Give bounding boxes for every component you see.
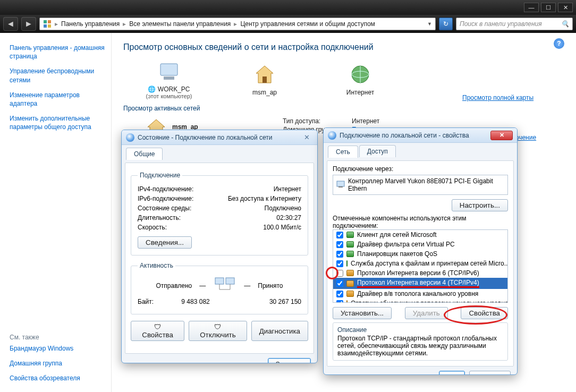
tab-general[interactable]: Общие bbox=[126, 148, 163, 160]
svg-rect-7 bbox=[262, 76, 267, 83]
properties-dialog-close-button[interactable]: ✕ bbox=[490, 131, 513, 140]
component-icon bbox=[346, 280, 354, 287]
configure-button[interactable]: Настроить... bbox=[452, 199, 508, 211]
sidebar-link-home[interactable]: Панель управления - домашняя страница bbox=[10, 44, 106, 61]
component-item[interactable]: Планировщик пакетов QoS bbox=[333, 249, 507, 259]
component-item[interactable]: Протокол Интернета версии 4 (TCP/IPv4) bbox=[333, 278, 507, 289]
component-checkbox[interactable] bbox=[336, 291, 343, 297]
component-properties-button[interactable]: Свойства bbox=[461, 307, 508, 319]
nic-icon bbox=[336, 181, 345, 190]
component-label: Служба доступа к файлам и принтерам сете… bbox=[351, 260, 508, 267]
help-icon[interactable]: ? bbox=[554, 38, 564, 49]
node-internet[interactable]: Интернет bbox=[328, 64, 392, 96]
component-item[interactable]: Ответчик обнаружения топологии канальног… bbox=[333, 299, 507, 303]
details-button[interactable]: Сведения... bbox=[138, 236, 192, 249]
back-button[interactable]: ◄ bbox=[3, 17, 18, 31]
close-button[interactable]: Закрыть bbox=[268, 358, 311, 363]
node-network[interactable]: msm_ap bbox=[233, 64, 297, 96]
component-item[interactable]: Драйвер фильтра сети Virtual PC bbox=[333, 240, 507, 249]
component-checkbox[interactable] bbox=[336, 241, 343, 248]
bytes-sent: 9 483 082 bbox=[164, 298, 227, 305]
shield-icon: 🛡 bbox=[214, 323, 221, 331]
component-item[interactable]: Служба доступа к файлам и принтерам сете… bbox=[333, 259, 507, 268]
install-button[interactable]: Установить... bbox=[333, 307, 392, 319]
disable-button[interactable]: 🛡 Отключить bbox=[189, 321, 247, 341]
properties-dialog: Подключение по локальной сети - свойства… bbox=[323, 127, 518, 375]
component-label: Планировщик пакетов QoS bbox=[357, 250, 437, 258]
window-chrome: — ☐ ✕ bbox=[0, 0, 576, 15]
properties-dialog-titlebar: Подключение по локальной сети - свойства… bbox=[324, 128, 517, 143]
sidebar-link-wireless[interactable]: Управление беспроводными сетями bbox=[10, 67, 106, 84]
maximize-button[interactable]: ☐ bbox=[541, 3, 556, 12]
svg-rect-0 bbox=[44, 20, 47, 23]
see-also-heading: См. также bbox=[10, 334, 106, 341]
component-checkbox[interactable] bbox=[336, 260, 343, 267]
breadcrumb-item[interactable]: Панель управления bbox=[61, 20, 120, 28]
component-item[interactable]: Драйвер в/в тополога канального уровня bbox=[333, 289, 507, 299]
device-box: Контроллер Marvell Yukon 88E8071 PCI-E G… bbox=[333, 175, 508, 195]
component-checkbox[interactable] bbox=[336, 251, 343, 258]
node-this-pc[interactable]: 🌐 WORK_PC (этот компьютер) bbox=[137, 61, 201, 99]
breadcrumb-item[interactable]: Все элементы панели управления bbox=[129, 20, 231, 28]
component-checkbox[interactable] bbox=[336, 270, 343, 277]
component-label: Ответчик обнаружения топологии канальног… bbox=[351, 300, 508, 303]
cancel-button[interactable]: Отмена bbox=[469, 371, 511, 375]
diagnostics-button[interactable]: Диагностика bbox=[251, 321, 308, 341]
component-icon bbox=[346, 270, 354, 276]
svg-rect-3 bbox=[48, 24, 51, 28]
component-checkbox[interactable] bbox=[336, 300, 343, 303]
activity-group: Активность Отправлено — — Принято Байт: … bbox=[131, 262, 308, 314]
breadcrumb-item[interactable]: Центр управления сетями и общим доступом bbox=[240, 20, 375, 28]
control-panel-icon bbox=[43, 20, 52, 28]
svg-rect-5 bbox=[164, 76, 174, 80]
components-list[interactable]: Клиент для сетей MicrosoftДрайвер фильтр… bbox=[333, 229, 508, 303]
component-label: Драйвер фильтра сети Virtual PC bbox=[357, 241, 455, 248]
svg-rect-2 bbox=[44, 24, 47, 28]
component-icon bbox=[346, 291, 354, 297]
svg-rect-14 bbox=[337, 181, 344, 186]
search-icon: 🔍 bbox=[561, 20, 569, 28]
sidebar-link-homegroup[interactable]: Домашняя группа bbox=[10, 359, 106, 368]
refresh-button[interactable]: ↻ bbox=[439, 18, 453, 30]
navigation-bar: ◄ ► ▸ Панель управления ▸ Все элементы п… bbox=[0, 15, 576, 33]
description-box: Описание Протокол TCP/IP - стандартный п… bbox=[333, 322, 508, 361]
component-icon bbox=[346, 251, 354, 257]
search-input[interactable]: Поиск в панели управления 🔍 bbox=[456, 18, 573, 30]
sidebar-link-sharing[interactable]: Изменить дополнительные параметры общего… bbox=[10, 114, 106, 131]
tab-network[interactable]: Сеть bbox=[328, 146, 358, 158]
component-label: Протокол Интернета версии 6 (TCP/IPv6) bbox=[357, 269, 479, 277]
address-bar[interactable]: ▸ Панель управления ▸ Все элементы панел… bbox=[39, 18, 436, 30]
network-icon bbox=[126, 133, 134, 142]
status-dialog: Состояние - Подключение по локальной сет… bbox=[121, 130, 318, 363]
component-checkbox[interactable] bbox=[336, 280, 343, 287]
globe-icon: 🌐 bbox=[148, 86, 156, 93]
svg-rect-1 bbox=[48, 20, 51, 23]
sidebar-link-adapter[interactable]: Изменение параметров адаптера bbox=[10, 91, 106, 108]
component-icon bbox=[346, 300, 348, 303]
active-networks-heading: Просмотр активных сетей bbox=[123, 105, 564, 112]
page-title: Просмотр основных сведений о сети и наст… bbox=[123, 42, 564, 52]
component-icon bbox=[346, 241, 354, 248]
component-icon bbox=[346, 260, 348, 267]
sidebar: Панель управления - домашняя страница Уп… bbox=[0, 33, 112, 392]
sidebar-link-firewall[interactable]: Брандмауэр Windows bbox=[10, 344, 106, 353]
minimize-button[interactable]: — bbox=[524, 3, 539, 12]
svg-rect-12 bbox=[215, 278, 224, 284]
sidebar-link-internet-options[interactable]: Свойства обозревателя bbox=[10, 374, 106, 382]
properties-button[interactable]: 🛡 Свойства bbox=[131, 321, 184, 341]
component-checkbox[interactable] bbox=[336, 232, 343, 238]
status-dialog-titlebar: Состояние - Подключение по локальной сет… bbox=[122, 130, 317, 145]
connection-group: Подключение IPv4-подключение:Интернет IP… bbox=[131, 172, 308, 255]
status-dialog-close-button[interactable]: ✕ bbox=[301, 133, 313, 141]
full-map-link[interactable]: Просмотр полной карты bbox=[462, 94, 533, 101]
component-item[interactable]: Клиент для сетей Microsoft bbox=[333, 230, 507, 240]
ok-button[interactable]: OK bbox=[439, 371, 465, 375]
forward-button[interactable]: ► bbox=[21, 17, 36, 31]
tab-access[interactable]: Доступ bbox=[359, 145, 396, 157]
component-icon bbox=[346, 232, 354, 238]
bytes-received: 30 267 150 bbox=[238, 298, 301, 305]
svg-rect-4 bbox=[160, 64, 177, 75]
window-close-button[interactable]: ✕ bbox=[558, 3, 573, 12]
component-label: Протокол Интернета версии 4 (TCP/IPv4) bbox=[357, 279, 479, 288]
component-item[interactable]: Протокол Интернета версии 6 (TCP/IPv6) bbox=[333, 268, 507, 278]
